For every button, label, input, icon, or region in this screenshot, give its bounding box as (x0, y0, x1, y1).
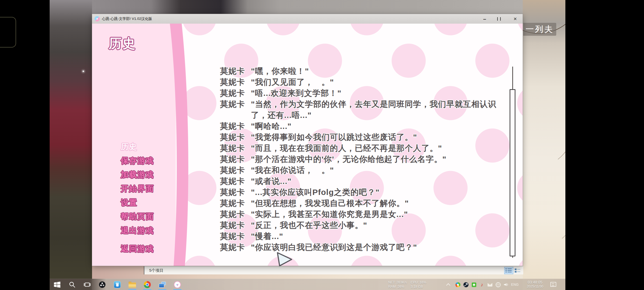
task-view-icon (84, 281, 91, 288)
window-titlebar[interactable]: ♥ 心跳-心跳-文学部! V1.02汉化版 – ✕ (92, 14, 523, 24)
dialogue-text: "啊哈哈..." (251, 121, 500, 132)
menu-item[interactable]: 保存游戏 (121, 154, 154, 168)
history-row: 莫妮卡 "...其实你应该叫Pfolg之类的吧？" (220, 187, 504, 198)
messenger-tray-icon[interactable] (472, 282, 476, 287)
cleaner-app-button[interactable] (110, 279, 125, 290)
speaker-name: 莫妮卡 (220, 121, 251, 132)
cpu-mem-stats: CPU: 16% 3.18 GB (411, 280, 426, 289)
menu-item[interactable]: 加载游戏 (121, 168, 154, 182)
system-tray: ♪ ENG (454, 279, 520, 290)
game-menu: 历史 保存游戏 加载游戏 开始界面 设置 帮助页面 退出游戏 返回游戏 (121, 140, 154, 256)
task-view-button[interactable] (80, 279, 95, 290)
game-history-screen: 历史 历史 保存游戏 加载游戏 开始界面 设置 帮助页面 (92, 24, 523, 266)
watermark-tag: 一列夫 (523, 23, 556, 36)
mouse-cursor (276, 251, 294, 269)
start-button[interactable] (50, 279, 65, 290)
search-icon (69, 281, 76, 288)
speaker-name: 莫妮卡 (220, 165, 251, 176)
volume-tray-icon[interactable] (503, 282, 509, 287)
speaker-name: 莫妮卡 (220, 143, 251, 154)
details-view-icon[interactable] (504, 267, 513, 274)
menu-item[interactable]: 返回游戏 (121, 242, 154, 256)
left-edge-decoration (0, 17, 16, 48)
chrome-icon (144, 281, 151, 288)
cpu-label: CPU: (411, 281, 419, 284)
history-row: 莫妮卡 "我觉得事到如今我们可以跳过这些废话了。" (220, 132, 504, 143)
dialogue-text: "...其实你应该叫Pfolg之类的吧？" (251, 187, 500, 198)
dialogue-text: "而且，现在在我面前的人，已经不再是那个人了。" (251, 143, 500, 154)
dialogue-text: "实际上，我甚至不知道你究竟是男是女..." (251, 209, 500, 220)
page-title: 历史 (109, 35, 136, 52)
screen: 一列夫 5个项目 ♥ 心跳-心跳-文学部! V1.02汉化版 – ✕ 历史 (0, 0, 644, 290)
menu-item[interactable]: 历史 (121, 140, 154, 154)
net-value: 263K/s (397, 281, 407, 284)
network-tray-icon[interactable] (496, 282, 501, 287)
history-row: 莫妮卡 "或者说..." (220, 176, 504, 187)
file-explorer-status-bar: 5个项目 (144, 266, 523, 274)
history-list: 莫妮卡 "嘿，你来啦！" 莫妮卡 "我们又见面了， 。" 莫妮卡 "唔...欢迎… (220, 66, 504, 253)
speaker-name: 莫妮卡 (220, 154, 251, 165)
music-tray-icon[interactable]: ♪ (478, 282, 486, 288)
search-button[interactable] (65, 279, 80, 290)
taskbar-clock[interactable]: 03:48:05 2025/11/30 (524, 280, 547, 289)
speaker-name: 莫妮卡 (220, 77, 251, 88)
dialogue-text: "慢着..." (251, 231, 500, 242)
minimize-button[interactable]: – (480, 14, 489, 24)
system-monitor: NET: 263K/s RAM: 26% CPU: 16% 3.18 GB (388, 280, 430, 289)
dialogue-text: "我觉得事到如今我们可以跳过这些废话了。" (251, 132, 500, 143)
desktop-wallpaper: 一列夫 5个项目 ♥ 心跳-心跳-文学部! V1.02汉化版 – ✕ 历史 (50, 0, 565, 290)
action-center-icon[interactable] (550, 282, 556, 287)
speaker-name: 莫妮卡 (220, 88, 251, 99)
ram-label: RAM: (388, 285, 397, 289)
speaker-name: 莫妮卡 (220, 231, 251, 242)
wallpaper-left-figure (50, 0, 92, 290)
chrome-button[interactable] (140, 279, 155, 290)
menu-item[interactable]: 帮助页面 (121, 209, 154, 223)
history-row: 莫妮卡 "实际上，我甚至不知道你究竟是男是女..." (220, 209, 504, 220)
clock-date: 2025/11/30 (524, 285, 547, 289)
explorer-view-switcher (504, 267, 521, 274)
fabric-swirl-line (523, 146, 565, 253)
dialogue-text: "那个活在游戏中的'你'，无论你给他起了什么名字。" (251, 154, 500, 165)
remote-desktop-button[interactable] (155, 279, 170, 290)
dialogue-text: "但现在想想，我发现自己根本不了解你。" (251, 198, 500, 209)
folder-icon (129, 282, 136, 288)
scrollbar-thumb[interactable] (510, 89, 515, 256)
dialogue-text: "你应该明白我已经意识到这是个游戏了吧？" (251, 242, 500, 253)
history-row: 莫妮卡 "当然，作为文学部的伙伴，去年又是同班同学，我们早就互相认识了，还有..… (220, 99, 504, 121)
game-window: ♥ 心跳-心跳-文学部! V1.02汉化版 – ✕ 历史 历史 保存游戏 (92, 14, 523, 266)
obs-studio-button[interactable] (95, 279, 110, 290)
language-indicator[interactable]: ENG (510, 283, 520, 287)
mail-tray-icon[interactable] (488, 283, 492, 287)
mem-value: 3.18 GB (411, 285, 423, 289)
menu-item[interactable]: 设置 (121, 195, 154, 209)
file-explorer-button[interactable] (125, 279, 140, 290)
trash-cleaner-icon (114, 281, 121, 288)
history-row: 莫妮卡 "你应该明白我已经意识到这是个游戏了吧？" (220, 242, 504, 253)
speaker-name: 莫妮卡 (220, 66, 251, 77)
ram-value: 26% (398, 285, 404, 289)
tray-expand-chevron-icon[interactable] (446, 283, 451, 288)
dialogue-text: "或者说..." (251, 176, 500, 187)
close-button[interactable]: ✕ (511, 14, 520, 24)
speaker-name: 莫妮卡 (220, 242, 251, 253)
maximize-button[interactable] (494, 14, 503, 24)
ddlc-game-button[interactable]: ♥ (170, 279, 185, 290)
net-label: NET: (388, 281, 396, 284)
history-row: 莫妮卡 "而且，现在在我面前的人，已经不再是那个人了。" (220, 143, 504, 154)
antivirus-tray-icon[interactable] (455, 282, 460, 287)
speaker-name: 莫妮卡 (220, 187, 251, 198)
history-row: 莫妮卡 "慢着..." (220, 231, 504, 242)
net-ram-stats: NET: 263K/s RAM: 26% (388, 280, 407, 289)
menu-item[interactable]: 退出游戏 (121, 223, 154, 237)
obs-icon (99, 281, 106, 288)
cpu-value: 16% (420, 281, 426, 284)
steam-tray-icon[interactable] (463, 282, 469, 287)
speaker-name: 莫妮卡 (220, 99, 251, 110)
speaker-name: 莫妮卡 (220, 132, 251, 143)
window-title: 心跳-心跳-文学部! V1.02汉化版 (102, 14, 152, 24)
dialogue-text: "嘿，你来啦！" (251, 66, 500, 77)
dialogue-text: "我在和你说话， 。" (251, 165, 500, 176)
menu-item[interactable]: 开始界面 (121, 182, 154, 195)
thumbnails-view-icon[interactable] (515, 268, 521, 273)
